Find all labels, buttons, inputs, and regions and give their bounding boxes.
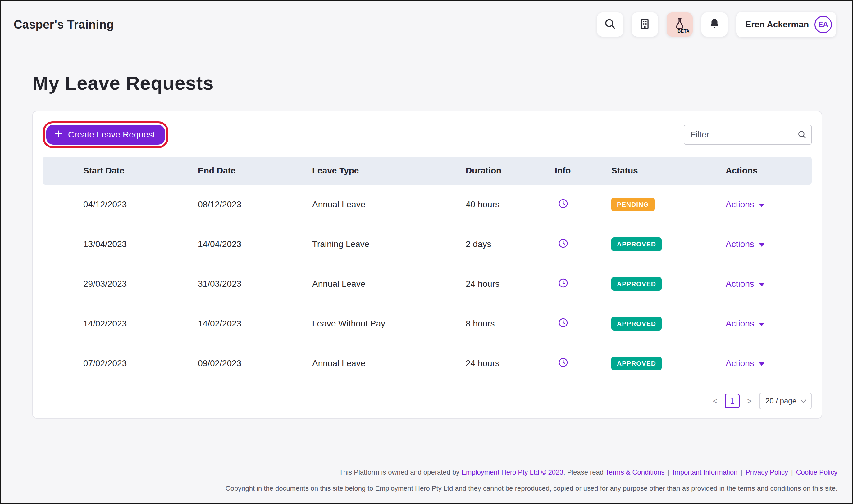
beta-badge: BETA [678, 29, 689, 34]
footer-line-1: This Platform is owned and operated by E… [226, 464, 837, 481]
duration-cell: 24 hours [465, 344, 555, 383]
table-row: 07/02/2023 09/02/2023 Annual Leave 24 ho… [43, 344, 812, 383]
duration-cell: 24 hours [465, 264, 555, 304]
prev-page-button[interactable]: < [712, 397, 719, 406]
organisation-button[interactable] [632, 13, 658, 37]
clock-icon[interactable] [558, 360, 569, 370]
column-info: Info [555, 157, 611, 185]
next-page-button[interactable]: > [746, 397, 753, 406]
actions-label: Actions [726, 358, 754, 368]
end-date-cell: 08/12/2023 [197, 185, 312, 224]
actions-label: Actions [726, 200, 754, 210]
table-row: 13/04/2023 14/04/2023 Training Leave 2 d… [43, 224, 812, 264]
chevron-down-icon [801, 397, 806, 403]
actions-button[interactable]: Actions [726, 319, 764, 329]
column-status: Status [611, 157, 725, 185]
duration-cell: 2 days [465, 224, 555, 264]
app-title: Casper's Training [14, 18, 114, 31]
status-cell: APPROVED [611, 264, 725, 304]
footer-separator: | [668, 468, 670, 476]
clock-icon[interactable] [558, 321, 569, 330]
filter-field [684, 125, 812, 145]
status-cell: APPROVED [611, 344, 725, 383]
actions-button[interactable]: Actions [726, 358, 764, 368]
status-badge: APPROVED [611, 317, 662, 330]
footer-separator: | [791, 468, 793, 476]
table-row: 14/02/2023 14/02/2023 Leave Without Pay … [43, 304, 812, 344]
actions-label: Actions [726, 279, 754, 289]
actions-cell: Actions [725, 185, 812, 224]
header-actions: BETA Eren Ackerman EA [597, 12, 836, 37]
user-name: Eren Ackerman [746, 20, 809, 30]
status-cell: APPROVED [611, 224, 725, 264]
clock-icon[interactable] [558, 241, 569, 251]
page-size-value: 20 / page [765, 397, 797, 405]
clock-icon[interactable] [558, 201, 569, 211]
cookie-policy-link[interactable]: Cookie Policy [796, 468, 837, 476]
column-duration: Duration [465, 157, 555, 185]
search-icon [603, 17, 617, 32]
footer-text: This Platform is owned and operated by [339, 468, 462, 476]
start-date-cell: 14/02/2023 [43, 304, 197, 344]
create-leave-request-button[interactable]: Create Leave Request [46, 125, 165, 145]
leave-type-cell: Training Leave [312, 224, 465, 264]
current-page-button[interactable]: 1 [725, 394, 739, 409]
page-title: My Leave Requests [32, 72, 852, 94]
footer-copyright: Copyright in the documents on this site … [226, 481, 837, 497]
pagination: < 1 > 20 / page [43, 393, 812, 409]
caret-down-icon [759, 362, 764, 366]
bell-icon [708, 17, 721, 32]
page-size-select[interactable]: 20 / page [759, 393, 812, 409]
beta-features-button[interactable]: BETA [667, 13, 693, 37]
important-information-link[interactable]: Important Information [673, 468, 737, 476]
status-badge: PENDING [611, 198, 655, 211]
create-leave-request-label: Create Leave Request [68, 130, 155, 140]
actions-button[interactable]: Actions [726, 239, 764, 249]
card-toolbar: Create Leave Request [43, 121, 812, 148]
actions-button[interactable]: Actions [726, 279, 764, 289]
column-leave-type: Leave Type [312, 157, 465, 185]
footer: This Platform is owned and operated by E… [226, 464, 837, 497]
highlight-ring: Create Leave Request [43, 121, 168, 148]
actions-label: Actions [726, 319, 754, 329]
status-badge: APPROVED [611, 357, 662, 370]
company-link[interactable]: Employment Hero Pty Ltd © 2023 [461, 468, 563, 476]
duration-cell: 40 hours [465, 185, 555, 224]
status-cell: APPROVED [611, 304, 725, 344]
clock-icon[interactable] [558, 281, 569, 290]
info-cell [555, 264, 611, 304]
status-cell: PENDING [611, 185, 725, 224]
start-date-cell: 04/12/2023 [43, 185, 197, 224]
column-start-date: Start Date [43, 157, 197, 185]
actions-cell: Actions [725, 264, 812, 304]
filter-input[interactable] [684, 125, 812, 145]
actions-cell: Actions [725, 344, 812, 383]
table-row: 04/12/2023 08/12/2023 Annual Leave 40 ho… [43, 185, 812, 224]
terms-link[interactable]: Terms & Conditions [605, 468, 665, 476]
footer-separator: | [741, 468, 743, 476]
user-menu[interactable]: Eren Ackerman EA [736, 12, 836, 37]
caret-down-icon [759, 243, 764, 247]
info-cell [555, 185, 611, 224]
actions-cell: Actions [725, 304, 812, 344]
end-date-cell: 31/03/2023 [197, 264, 312, 304]
avatar: EA [815, 16, 832, 33]
table-header-row: Start Date End Date Leave Type Duration … [43, 157, 812, 185]
leave-type-cell: Annual Leave [312, 185, 465, 224]
start-date-cell: 07/02/2023 [43, 344, 197, 383]
leave-type-cell: Annual Leave [312, 264, 465, 304]
actions-button[interactable]: Actions [726, 200, 764, 210]
caret-down-icon [759, 323, 764, 326]
leave-type-cell: Annual Leave [312, 344, 465, 383]
leave-requests-card: Create Leave Request Start Date End Date… [32, 111, 822, 419]
search-button[interactable] [597, 13, 623, 37]
start-date-cell: 13/04/2023 [43, 224, 197, 264]
plus-icon [54, 129, 63, 141]
end-date-cell: 14/04/2023 [197, 224, 312, 264]
actions-label: Actions [726, 239, 754, 249]
filter-search-icon[interactable] [797, 129, 807, 141]
notifications-button[interactable] [701, 13, 728, 37]
top-bar: Casper's Training BETA Eren Ackerman [1, 1, 852, 48]
privacy-policy-link[interactable]: Privacy Policy [746, 468, 788, 476]
info-cell [555, 224, 611, 264]
